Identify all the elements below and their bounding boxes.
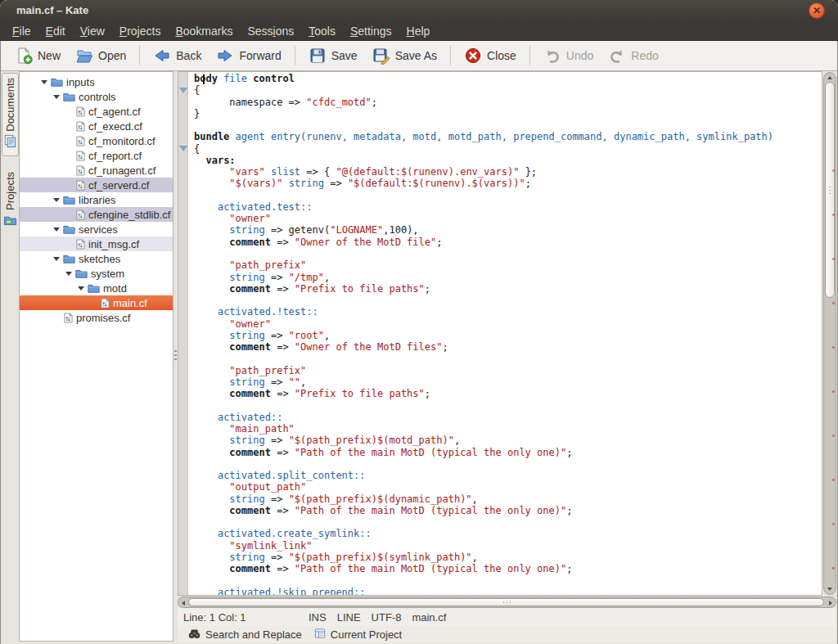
code-line[interactable] [188, 399, 822, 411]
code-line[interactable]: { [188, 143, 822, 155]
tree-item-cf-serverd-cf[interactable]: cf_serverd.cf [20, 178, 173, 192]
selection-mode-label[interactable]: LINE [337, 611, 361, 624]
code-line[interactable]: vars: [188, 155, 822, 166]
menu-item-bookmarks[interactable]: Bookmarks [168, 23, 240, 39]
code-line[interactable]: string => "root", [188, 330, 822, 341]
code-line[interactable]: } [188, 108, 822, 119]
titlebar[interactable]: main.cf – Kate ✕ [0, 0, 838, 21]
code-line[interactable]: comment => "Prefix to file paths"; [188, 388, 822, 399]
code-line[interactable]: bundle agent entry(runenv, metadata, mot… [188, 131, 822, 142]
code-line[interactable]: { [188, 84, 822, 96]
menu-item-settings[interactable]: Settings [343, 23, 399, 39]
menu-item-sessions[interactable]: Sessions [240, 23, 301, 39]
window-close-button[interactable]: ✕ [809, 2, 825, 19]
menu-item-view[interactable]: View [73, 23, 112, 39]
tree-item-cf-runagent-cf[interactable]: cf_runagent.cf [20, 163, 173, 178]
code-line[interactable]: string => "$(path_prefix)$(symlink_path)… [188, 552, 822, 563]
code-line[interactable]: comment => "Owner of the MotD files"; [188, 341, 822, 353]
code-line[interactable]: body file control [188, 73, 822, 84]
expander-arrow-icon[interactable] [41, 80, 47, 84]
menu-item-tools[interactable]: Tools [301, 23, 343, 39]
code-line[interactable]: "vars" slist => { "@(default:$(runenv).e… [188, 166, 822, 178]
scroll-left-arrow-icon[interactable] [182, 601, 185, 606]
code-line[interactable] [188, 516, 822, 528]
tree-item-cf-agent-cf[interactable]: cf_agent.cf [20, 104, 173, 119]
code-line[interactable]: "$(vars)" string => "$(default:$(runenv)… [188, 178, 822, 189]
code-line[interactable] [188, 295, 822, 306]
toolview-tab-projects[interactable]: Projects [2, 168, 18, 234]
tree-item-motd[interactable]: motd [20, 281, 173, 295]
code-line[interactable]: activated.create_symlink:: [188, 528, 822, 539]
insert-mode-label[interactable]: INS [309, 611, 327, 624]
expander-arrow-icon[interactable] [53, 257, 60, 261]
expander-arrow-icon[interactable] [53, 198, 60, 202]
code-lines[interactable]: body file control{ namespace => "cfdc_mo… [188, 73, 822, 596]
close-button[interactable]: Close [457, 43, 524, 68]
code-line[interactable]: "symlink_link" [188, 540, 822, 552]
current-project-button[interactable]: Current Project [308, 625, 408, 644]
expander-arrow-icon[interactable] [78, 286, 84, 290]
code-line[interactable]: "main_path" [188, 423, 822, 435]
code-line[interactable]: "path_prefix" [188, 259, 822, 271]
save-as-button[interactable]: Save As [365, 43, 444, 68]
tree-item-services[interactable]: services [20, 222, 173, 236]
tree-item-libraries[interactable]: libraries [20, 192, 173, 207]
code-line[interactable]: string => "$(path_prefix)$(dynamic_path)… [188, 493, 822, 505]
fold-region-icon[interactable] [179, 88, 187, 93]
project-tree-panel[interactable]: inputscontrolscf_agent.cfcf_execd.cfcf_m… [19, 71, 173, 642]
code-line[interactable]: activated.!test:: [188, 306, 822, 317]
code-line[interactable] [188, 119, 822, 131]
code-line[interactable]: namespace => "cfdc_motd"; [188, 97, 822, 108]
code-line[interactable]: "owner" [188, 318, 822, 330]
scroll-right-arrow-icon[interactable] [829, 601, 832, 606]
tree-item-system[interactable]: system [20, 266, 173, 281]
code-line[interactable] [188, 458, 822, 470]
code-line[interactable] [188, 353, 822, 364]
code-line[interactable]: comment => "Owner of the MotD file"; [188, 236, 822, 248]
fold-region-icon[interactable] [179, 146, 187, 151]
horizontal-scrollbar-thumb[interactable] [188, 598, 824, 606]
code-line[interactable]: activated.!skip_prepend:: [188, 587, 822, 596]
code-line[interactable]: comment => "Prefix to file paths"; [188, 283, 822, 295]
code-line[interactable]: string => "/tmp", [188, 272, 822, 283]
tree-item-sketches[interactable]: sketches [20, 251, 173, 266]
menu-item-file[interactable]: File [5, 23, 38, 39]
new-button[interactable]: New [7, 43, 68, 68]
tree-item-cf-execd-cf[interactable]: cf_execd.cf [20, 119, 173, 133]
code-line[interactable]: "owner" [188, 213, 822, 224]
toolview-tab-documents[interactable]: Documents [2, 73, 19, 156]
scroll-up-arrow-icon[interactable] [827, 76, 832, 79]
horizontal-scrollbar[interactable] [178, 597, 836, 608]
code-line[interactable] [188, 574, 822, 586]
back-button[interactable]: Back [146, 43, 209, 68]
tree-item-init-msg-cf[interactable]: init_msg.cf [20, 236, 173, 251]
code-line[interactable]: activated.split_content:: [188, 470, 822, 481]
code-line[interactable]: string => "", [188, 376, 822, 388]
code-line[interactable]: "output_path" [188, 481, 822, 493]
expander-arrow-icon[interactable] [53, 227, 60, 232]
menu-item-help[interactable]: Help [399, 23, 438, 39]
tree-item-inputs[interactable]: inputs [20, 74, 173, 89]
expander-arrow-icon[interactable] [53, 95, 60, 99]
code-line[interactable] [188, 248, 822, 259]
search-and-replace-button[interactable]: Search and Replace [182, 625, 308, 644]
code-line[interactable]: comment => "Path of the main MotD (typic… [188, 563, 822, 574]
tree-item-main-cf[interactable]: main.cf [20, 295, 173, 310]
code-line[interactable]: activated.test:: [188, 201, 822, 213]
tree-item-cfengine-stdlib-cf[interactable]: cfengine_stdlib.cf [20, 207, 173, 222]
save-button[interactable]: Save [301, 43, 365, 68]
expander-arrow-icon[interactable] [65, 272, 72, 276]
menu-item-edit[interactable]: Edit [38, 23, 73, 39]
menu-item-projects[interactable]: Projects [112, 23, 169, 39]
code-line[interactable]: string => "$(path_prefix)$(motd_path)", [188, 435, 822, 446]
tree-item-controls[interactable]: controls [20, 89, 173, 104]
vertical-scrollbar[interactable] [823, 72, 836, 595]
code-line[interactable]: comment => "Path of the main MotD (typic… [188, 505, 822, 516]
tree-item-cf-monitord-cf[interactable]: cf_monitord.cf [20, 133, 173, 148]
forward-button[interactable]: Forward [209, 43, 288, 68]
text-editor[interactable]: body file control{ namespace => "cfdc_mo… [178, 71, 822, 596]
tree-item-cf-report-cf[interactable]: cf_report.cf [20, 148, 173, 163]
scroll-down-arrow-icon[interactable] [827, 588, 832, 591]
code-line[interactable]: activated:: [188, 412, 822, 423]
vertical-scrollbar-thumb[interactable] [825, 82, 835, 298]
